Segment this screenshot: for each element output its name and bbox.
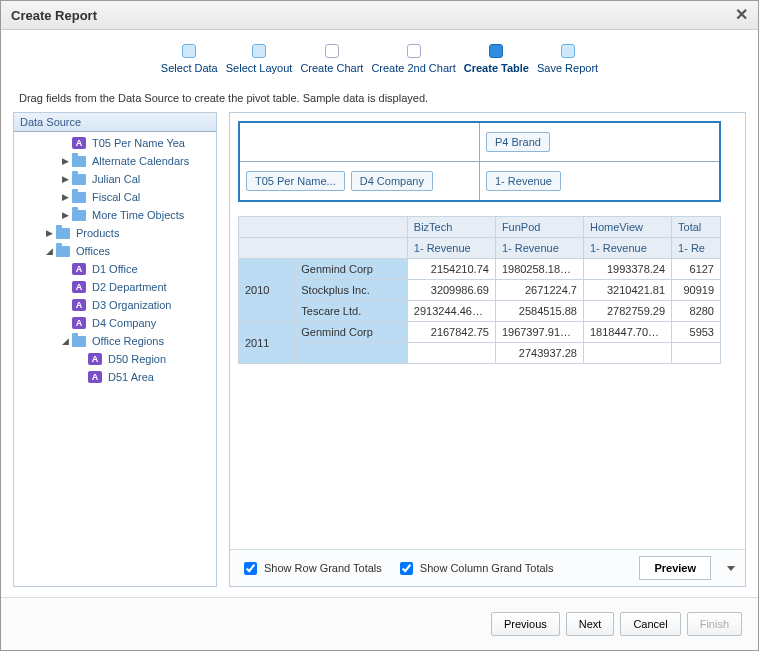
tree-node[interactable]: AD50 Region <box>14 350 216 368</box>
tree-node[interactable]: AD51 Area <box>14 368 216 386</box>
cell: 8280 <box>672 301 721 322</box>
tree-label: D1 Office <box>92 263 138 275</box>
tree-node[interactable]: ▶Alternate Calendars <box>14 152 216 170</box>
tree-label: D4 Company <box>92 317 156 329</box>
step-label: Select Layout <box>226 62 293 74</box>
col-header[interactable]: HomeView <box>583 217 671 238</box>
cell: 90919 <box>672 280 721 301</box>
tree-node[interactable]: ▶Products <box>14 224 216 242</box>
drop-zone-rows[interactable]: T05 Per Name... D4 Company <box>240 162 480 200</box>
chevron-right-icon[interactable]: ▶ <box>60 156 70 166</box>
cell: 2154210.74 <box>407 259 495 280</box>
drop-zone-empty[interactable] <box>240 123 480 161</box>
pivot-vscrollbar[interactable] <box>729 113 745 549</box>
pivot-corner <box>239 238 408 259</box>
measure-header: 1- Revenue <box>583 238 671 259</box>
chevron-right-icon[interactable]: ▶ <box>44 228 54 238</box>
step-create-table[interactable]: Create Table <box>464 44 529 74</box>
tree-node[interactable]: ▶Julian Cal <box>14 170 216 188</box>
chevron-down-icon[interactable]: ◢ <box>44 246 54 256</box>
instruction-text: Drag fields from the Data Source to crea… <box>1 80 758 112</box>
workarea: Data Source AT05 Per Name Yea ▶Alternate… <box>1 112 758 597</box>
step-create-2nd-chart[interactable]: Create 2nd Chart <box>371 44 455 74</box>
drop-zone-columns[interactable]: P4 Brand <box>480 123 719 161</box>
show-row-totals-input[interactable] <box>244 562 257 575</box>
finish-button[interactable]: Finish <box>687 612 742 636</box>
cell: 2913244.4699999997 <box>407 301 495 322</box>
cell: 1980258.180000002 <box>495 259 583 280</box>
row-company: Genmind Corp <box>295 259 408 280</box>
tree-node[interactable]: ◢Offices <box>14 242 216 260</box>
pill-t05-per-name[interactable]: T05 Per Name... <box>246 171 345 191</box>
show-row-totals-checkbox[interactable]: Show Row Grand Totals <box>240 559 382 578</box>
pivot-drop-zones[interactable]: P4 Brand T05 Per Name... D4 Company 1- R… <box>238 121 721 202</box>
pill-1-revenue[interactable]: 1- Revenue <box>486 171 561 191</box>
folder-icon <box>72 174 86 185</box>
cell: 5953 <box>672 322 721 343</box>
row-year: 2010 <box>239 259 295 322</box>
tree-node[interactable]: ▶More Time Objects <box>14 206 216 224</box>
chevron-down-icon[interactable]: ◢ <box>60 336 70 346</box>
next-button[interactable]: Next <box>566 612 615 636</box>
design-area: P4 Brand T05 Per Name... D4 Company 1- R… <box>230 113 745 549</box>
tree-node[interactable]: AD2 Department <box>14 278 216 296</box>
row-company: Genmind Corp <box>295 322 408 343</box>
preview-button[interactable]: Preview <box>639 556 711 580</box>
col-header[interactable]: FunPod <box>495 217 583 238</box>
step-create-chart[interactable]: Create Chart <box>300 44 363 74</box>
cancel-button[interactable]: Cancel <box>620 612 680 636</box>
show-col-totals-input[interactable] <box>400 562 413 575</box>
preview-dropdown-icon[interactable] <box>727 566 735 571</box>
design-scroll[interactable]: P4 Brand T05 Per Name... D4 Company 1- R… <box>230 113 729 549</box>
step-save-report[interactable]: Save Report <box>537 44 598 74</box>
pill-p4-brand[interactable]: P4 Brand <box>486 132 550 152</box>
pivot-corner <box>239 217 408 238</box>
attribute-icon: A <box>72 299 86 311</box>
tree-node[interactable]: AD1 Office <box>14 260 216 278</box>
cell: 3210421.81 <box>583 280 671 301</box>
tree-node[interactable]: AD4 Company <box>14 314 216 332</box>
cell: 2167842.75 <box>407 322 495 343</box>
close-icon[interactable]: ✕ <box>735 7 748 23</box>
tree-node[interactable]: AD3 Organization <box>14 296 216 314</box>
cell <box>672 343 721 364</box>
pivot-design-panel: P4 Brand T05 Per Name... D4 Company 1- R… <box>229 112 746 587</box>
attribute-icon: A <box>88 353 102 365</box>
col-header[interactable]: BizTech <box>407 217 495 238</box>
cell: 1993378.24 <box>583 259 671 280</box>
col-header[interactable]: Total <box>672 217 721 238</box>
chevron-right-icon[interactable]: ▶ <box>60 174 70 184</box>
pivot-options-row: Show Row Grand Totals Show Column Grand … <box>230 549 745 586</box>
tree-label: T05 Per Name Yea <box>92 137 185 149</box>
measure-header: 1- Re <box>672 238 721 259</box>
chevron-right-icon[interactable]: ▶ <box>60 210 70 220</box>
pivot-hscrollbar[interactable] <box>238 364 721 380</box>
folder-icon <box>72 336 86 347</box>
tree-node[interactable]: ◢Office Regions <box>14 332 216 350</box>
folder-icon <box>56 246 70 257</box>
cell <box>583 343 671 364</box>
checkbox-label: Show Row Grand Totals <box>264 562 382 574</box>
attribute-icon: A <box>72 281 86 293</box>
data-source-panel: Data Source AT05 Per Name Yea ▶Alternate… <box>13 112 217 587</box>
cell <box>407 343 495 364</box>
pill-d4-company[interactable]: D4 Company <box>351 171 433 191</box>
folder-icon <box>72 192 86 203</box>
tree-label: Fiscal Cal <box>92 191 140 203</box>
step-label: Create Table <box>464 62 529 74</box>
chevron-right-icon[interactable]: ▶ <box>60 192 70 202</box>
previous-button[interactable]: Previous <box>491 612 560 636</box>
data-source-tree[interactable]: AT05 Per Name Yea ▶Alternate Calendars ▶… <box>14 132 216 570</box>
tree-label: Products <box>76 227 119 239</box>
step-select-data[interactable]: Select Data <box>161 44 218 74</box>
data-source-header: Data Source <box>14 113 216 132</box>
cell: 1967397.910000001 <box>495 322 583 343</box>
tree-node[interactable]: ▶Fiscal Cal <box>14 188 216 206</box>
data-source-hscrollbar[interactable] <box>14 570 216 586</box>
titlebar: Create Report ✕ <box>1 1 758 30</box>
tree-node[interactable]: AT05 Per Name Yea <box>14 134 216 152</box>
drop-zone-measures[interactable]: 1- Revenue <box>480 162 719 200</box>
checkbox-label: Show Column Grand Totals <box>420 562 554 574</box>
show-col-totals-checkbox[interactable]: Show Column Grand Totals <box>396 559 554 578</box>
step-select-layout[interactable]: Select Layout <box>226 44 293 74</box>
